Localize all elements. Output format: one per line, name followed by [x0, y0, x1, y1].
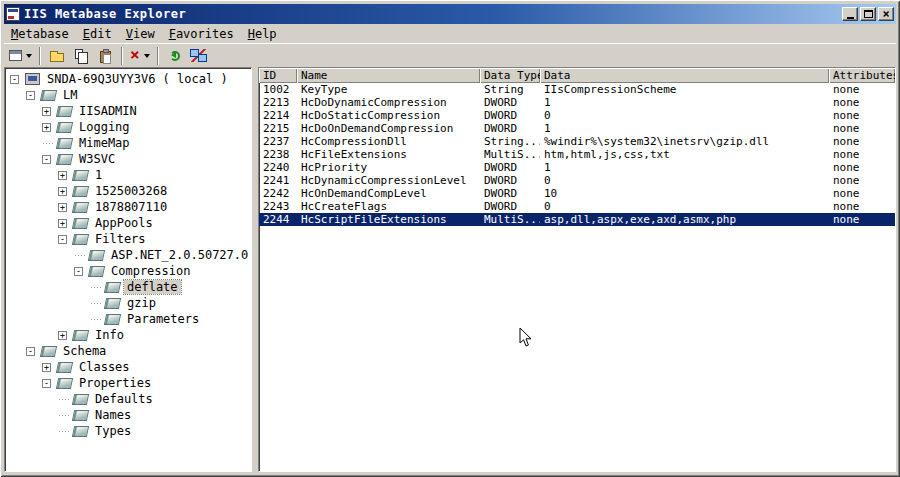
tree-connector	[56, 415, 72, 416]
expander-slot: +	[56, 171, 72, 180]
tree-item-1525003268[interactable]: +1525003268	[5, 183, 251, 199]
expand-toggle-icon[interactable]: +	[58, 331, 67, 340]
expand-toggle-icon[interactable]: +	[42, 107, 51, 116]
tree-label[interactable]: Types	[92, 424, 134, 438]
tree-label[interactable]: Properties	[76, 376, 154, 390]
tree-item-gzip[interactable]: gzip	[5, 295, 251, 311]
maximize-button[interactable]	[860, 7, 876, 21]
expand-toggle-icon[interactable]: +	[58, 219, 67, 228]
tree-item-compression[interactable]: -Compression	[5, 263, 251, 279]
collapse-toggle-icon[interactable]: -	[10, 75, 19, 84]
tree-label[interactable]: Filters	[92, 232, 149, 246]
tree-connector	[88, 319, 104, 320]
paste-button[interactable]	[93, 45, 117, 67]
menu-help[interactable]: Help	[241, 26, 284, 43]
tree-label[interactable]: deflate	[124, 280, 181, 294]
copy-button[interactable]	[69, 45, 93, 67]
tree-connector	[40, 143, 56, 144]
table-row-2238[interactable]: 2238HcFileExtensionsMultiS...htm,html,js…	[259, 148, 895, 161]
expand-toggle-icon[interactable]: +	[58, 171, 67, 180]
table-row-2214[interactable]: 2214HcDoStaticCompressionDWORD0none	[259, 109, 895, 122]
tree-label[interactable]: Compression	[108, 264, 193, 278]
collapse-toggle-icon[interactable]: -	[42, 379, 51, 388]
tree-label[interactable]: ASP.NET_2.0.50727.0	[108, 248, 251, 262]
tree-label[interactable]: Names	[92, 408, 134, 422]
tree-label[interactable]: Schema	[60, 344, 109, 358]
table-row-2240[interactable]: 2240HcPriorityDWORD1none	[259, 161, 895, 174]
tree-label[interactable]: LM	[60, 88, 80, 102]
refresh-button[interactable]	[163, 45, 187, 67]
table-row-2244[interactable]: 2244HcScriptFileExtensionsMultiS...asp,d…	[259, 213, 895, 226]
delete-button[interactable]	[127, 45, 153, 67]
tree-label[interactable]: Classes	[76, 360, 133, 374]
tree-item-properties[interactable]: -Properties	[5, 375, 251, 391]
tree-item-schema[interactable]: -Schema	[5, 343, 251, 359]
tree-label[interactable]: MimeMap	[76, 136, 133, 150]
column-header-data-type[interactable]: Data Type	[480, 68, 540, 83]
collapse-toggle-icon[interactable]: -	[74, 267, 83, 276]
tree-label[interactable]: Info	[92, 328, 127, 342]
column-header-name[interactable]: Name	[297, 68, 480, 83]
new-key-button[interactable]	[45, 45, 69, 67]
tree-item-1878807110[interactable]: +1878807110	[5, 199, 251, 215]
tree-item-filters[interactable]: -Filters	[5, 231, 251, 247]
tree-label[interactable]: W3SVC	[76, 152, 118, 166]
expand-toggle-icon[interactable]: +	[58, 187, 67, 196]
column-header-attributes[interactable]: Attributes	[829, 68, 895, 83]
table-row-2242[interactable]: 2242HcOnDemandCompLevelDWORD10none	[259, 187, 895, 200]
tree-label[interactable]: 1525003268	[92, 184, 170, 198]
table-row-2237[interactable]: 2237HcCompressionDllString...%windir%\sy…	[259, 135, 895, 148]
tree-item-asp-net-2-0-50727-0[interactable]: ASP.NET_2.0.50727.0	[5, 247, 251, 263]
tree-item-lm[interactable]: -LM	[5, 87, 251, 103]
tree-label[interactable]: Logging	[76, 120, 133, 134]
menu-edit[interactable]: Edit	[76, 26, 119, 43]
tree-item-classes[interactable]: +Classes	[5, 359, 251, 375]
tree-label[interactable]: Defaults	[92, 392, 156, 406]
tree-item-types[interactable]: Types	[5, 423, 251, 439]
tree-label[interactable]: gzip	[124, 296, 159, 310]
table-row-2215[interactable]: 2215HcDoOnDemandCompressionDWORD1none	[259, 122, 895, 135]
expand-toggle-icon[interactable]: +	[42, 363, 51, 372]
tree-item-1[interactable]: +1	[5, 167, 251, 183]
collapse-toggle-icon[interactable]: -	[42, 155, 51, 164]
table-row-2213[interactable]: 2213HcDoDynamicCompressionDWORD1none	[259, 96, 895, 109]
tree-item-mimemap[interactable]: MimeMap	[5, 135, 251, 151]
collapse-toggle-icon[interactable]: -	[26, 347, 35, 356]
menu-favorites[interactable]: Favorites	[162, 26, 241, 43]
tree-label[interactable]: SNDA-69Q3UYY3V6 ( local )	[44, 72, 231, 86]
tree-label[interactable]: 1	[92, 168, 105, 182]
minimize-button[interactable]	[842, 7, 858, 21]
table-row-2241[interactable]: 2241HcDynamicCompressionLevelDWORD0none	[259, 174, 895, 187]
close-button[interactable]: ×	[878, 7, 894, 21]
tree-item-names[interactable]: Names	[5, 407, 251, 423]
tree-item-info[interactable]: +Info	[5, 327, 251, 343]
tree-view-button[interactable]	[6, 45, 35, 67]
table-row-1002[interactable]: 1002KeyTypeStringIIsCompressionSchemenon…	[259, 83, 895, 96]
cell: HcCompressionDll	[297, 135, 480, 148]
collapse-toggle-icon[interactable]: -	[58, 235, 67, 244]
tree-item-snda-69q3uyy3v6-local-[interactable]: -SNDA-69Q3UYY3V6 ( local )	[5, 71, 251, 87]
column-header-data[interactable]: Data	[540, 68, 829, 83]
tree-item-parameters[interactable]: Parameters	[5, 311, 251, 327]
tree-item-defaults[interactable]: Defaults	[5, 391, 251, 407]
tree-label[interactable]: Parameters	[124, 312, 202, 326]
menu-view[interactable]: View	[119, 26, 162, 43]
column-header-id[interactable]: ID	[259, 68, 297, 83]
expand-toggle-icon[interactable]: +	[58, 203, 67, 212]
tree-item-w3svc[interactable]: -W3SVC	[5, 151, 251, 167]
menu-metabase[interactable]: Metabase	[4, 26, 76, 43]
collapse-toggle-icon[interactable]: -	[26, 91, 35, 100]
table-row-2243[interactable]: 2243HcCreateFlagsDWORD0none	[259, 200, 895, 213]
tree-label[interactable]: AppPools	[92, 216, 156, 230]
tree-label[interactable]: 1878807110	[92, 200, 170, 214]
tree-item-deflate[interactable]: deflate	[5, 279, 251, 295]
tree-item-apppools[interactable]: +AppPools	[5, 215, 251, 231]
tree-label[interactable]: IISADMIN	[76, 104, 140, 118]
tree-item-iisadmin[interactable]: +IISADMIN	[5, 103, 251, 119]
connect-button[interactable]	[187, 45, 211, 67]
expand-toggle-icon[interactable]: +	[42, 123, 51, 132]
dropdown-arrow-icon[interactable]	[26, 54, 32, 61]
dropdown-arrow-icon[interactable]	[144, 54, 150, 61]
tree-item-logging[interactable]: +Logging	[5, 119, 251, 135]
title-bar[interactable]: IIS Metabase Explorer ×	[4, 4, 896, 24]
